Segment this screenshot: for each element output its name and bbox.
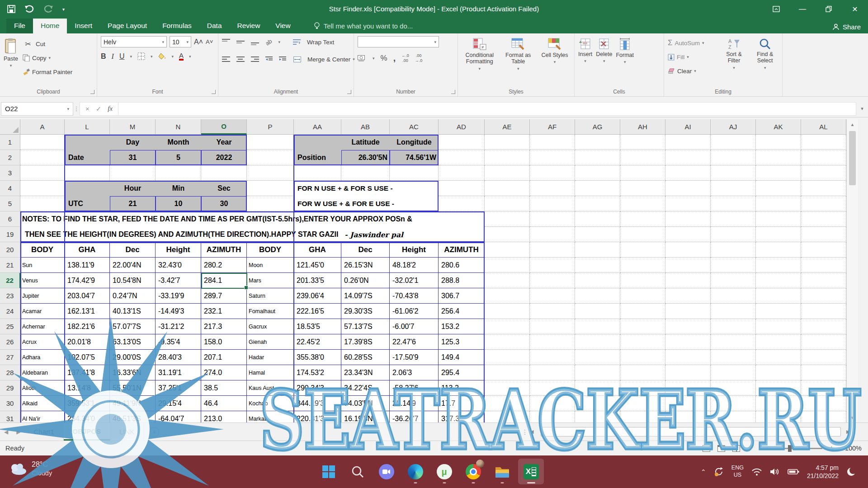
cell[interactable] xyxy=(801,319,846,334)
cell[interactable] xyxy=(620,181,665,196)
cell[interactable] xyxy=(530,319,575,334)
bold-button[interactable]: B xyxy=(101,52,106,61)
row-header[interactable]: 2 xyxy=(0,150,20,165)
cell[interactable] xyxy=(620,211,665,227)
cell-styles-button[interactable]: Cell Styles▾ xyxy=(539,36,571,87)
cell[interactable] xyxy=(711,196,756,211)
cell[interactable] xyxy=(485,304,530,319)
font-dialog-launcher[interactable] xyxy=(212,90,216,94)
cell[interactable]: 203.04'7 xyxy=(65,288,110,304)
cell[interactable]: -64.04'7 xyxy=(156,411,201,422)
cell[interactable] xyxy=(620,380,665,396)
cell[interactable]: -14.49'3 xyxy=(156,304,201,319)
cell[interactable] xyxy=(801,135,846,150)
cell[interactable]: 121.45'0 xyxy=(294,258,341,273)
cell[interactable]: Sun xyxy=(20,258,65,273)
ribbon-tab[interactable]: File xyxy=(6,19,33,33)
cell[interactable] xyxy=(530,304,575,319)
cell[interactable]: Position xyxy=(294,150,341,165)
cell[interactable] xyxy=(530,411,575,422)
cell[interactable] xyxy=(665,150,711,165)
cell[interactable] xyxy=(756,196,801,211)
cell[interactable] xyxy=(485,365,530,380)
cell[interactable] xyxy=(341,165,390,181)
cell[interactable] xyxy=(801,273,846,288)
cell[interactable] xyxy=(247,135,294,150)
cell[interactable]: 256.4 xyxy=(439,304,485,319)
cell[interactable] xyxy=(530,196,575,211)
align-left-icon[interactable] xyxy=(222,56,230,62)
hscroll-right-icon[interactable]: ▶ xyxy=(846,429,850,435)
cell[interactable] xyxy=(665,396,711,411)
column-header[interactable]: P xyxy=(247,119,294,135)
cell[interactable]: 2.06'3 xyxy=(390,365,439,380)
cell[interactable] xyxy=(530,288,575,304)
cancel-entry-icon[interactable]: × xyxy=(85,105,90,113)
cell[interactable]: Gienah xyxy=(247,334,294,350)
sort-filter-button[interactable]: AZ Sort & Filter▾ xyxy=(721,36,747,87)
tab-scroll-left-icon[interactable]: ◀ xyxy=(0,429,12,435)
row-header[interactable]: 27 xyxy=(0,350,20,365)
cell[interactable]: 17.39'8S xyxy=(341,334,390,350)
cell[interactable]: 13.14'8 xyxy=(65,380,110,396)
cell[interactable] xyxy=(485,319,530,334)
cell[interactable] xyxy=(665,334,711,350)
cell[interactable] xyxy=(620,242,665,258)
fill-button[interactable]: Fill▾ xyxy=(668,51,717,63)
row-header[interactable]: 31 xyxy=(0,411,20,422)
cell[interactable] xyxy=(485,350,530,365)
cell[interactable] xyxy=(665,258,711,273)
cell[interactable] xyxy=(711,334,756,350)
cell[interactable] xyxy=(711,165,756,181)
cell[interactable]: Markab xyxy=(247,411,294,422)
decrease-font-icon[interactable]: A˅ xyxy=(206,38,213,45)
cell[interactable]: 30 xyxy=(201,196,247,211)
ribbon-tab[interactable]: Review xyxy=(230,19,268,33)
cell[interactable] xyxy=(485,242,530,258)
cell[interactable]: 40.13'1S xyxy=(110,304,156,319)
cell[interactable] xyxy=(20,150,65,165)
cell[interactable]: -6.00'7 xyxy=(390,319,439,334)
cell[interactable]: 32.43'0 xyxy=(156,258,201,273)
cell[interactable]: Kaus Aust. xyxy=(247,380,294,396)
number-format-combo[interactable]: ▾ xyxy=(358,36,439,47)
cell[interactable]: Height xyxy=(390,242,439,258)
cell[interactable] xyxy=(756,411,801,422)
cell[interactable] xyxy=(485,135,530,150)
cell[interactable]: 359.53'1 xyxy=(65,396,110,411)
cell[interactable]: Latitude xyxy=(341,135,390,150)
cell[interactable] xyxy=(665,319,711,334)
cell[interactable]: 234.34'0 xyxy=(65,411,110,422)
cell[interactable] xyxy=(665,242,711,258)
clear-button[interactable]: Clear▾ xyxy=(668,65,717,77)
cell[interactable]: 289.7 xyxy=(201,288,247,304)
name-box[interactable]: O22▾ xyxy=(1,102,73,116)
ribbon-display-options-icon[interactable] xyxy=(763,0,789,18)
cut-button[interactable]: ✂Cut xyxy=(23,38,72,50)
merge-center-icon[interactable] xyxy=(293,56,301,62)
row-header[interactable]: 24 xyxy=(0,304,20,319)
cell[interactable]: Alkaid xyxy=(20,396,65,411)
cell[interactable] xyxy=(20,165,65,181)
cell[interactable]: Hadar xyxy=(247,350,294,365)
cell[interactable] xyxy=(485,288,530,304)
increase-indent-icon[interactable] xyxy=(279,56,286,62)
confirm-entry-icon[interactable]: ✓ xyxy=(96,105,102,113)
cell[interactable]: 22.45'2 xyxy=(294,334,341,350)
cell[interactable] xyxy=(620,350,665,365)
borders-dropdown-icon[interactable]: ▾ xyxy=(151,54,153,59)
wrap-text-button[interactable]: Wrap Text xyxy=(307,36,334,48)
scroll-down-icon[interactable]: ▼ xyxy=(847,413,858,422)
cell[interactable] xyxy=(485,227,530,242)
cell[interactable] xyxy=(620,365,665,380)
cell[interactable]: -31.21'2 xyxy=(156,319,201,334)
cell[interactable]: 113.2 xyxy=(439,380,485,396)
cell[interactable] xyxy=(485,396,530,411)
share-button[interactable]: Share xyxy=(832,23,861,31)
cell[interactable]: 37.25'1 xyxy=(156,380,201,396)
cell[interactable] xyxy=(485,165,530,181)
wrap-text-icon[interactable] xyxy=(293,39,301,45)
formula-bar-splitter[interactable]: ⋮ xyxy=(73,105,80,112)
cell[interactable]: 31 xyxy=(110,150,156,165)
cell[interactable] xyxy=(485,380,530,396)
